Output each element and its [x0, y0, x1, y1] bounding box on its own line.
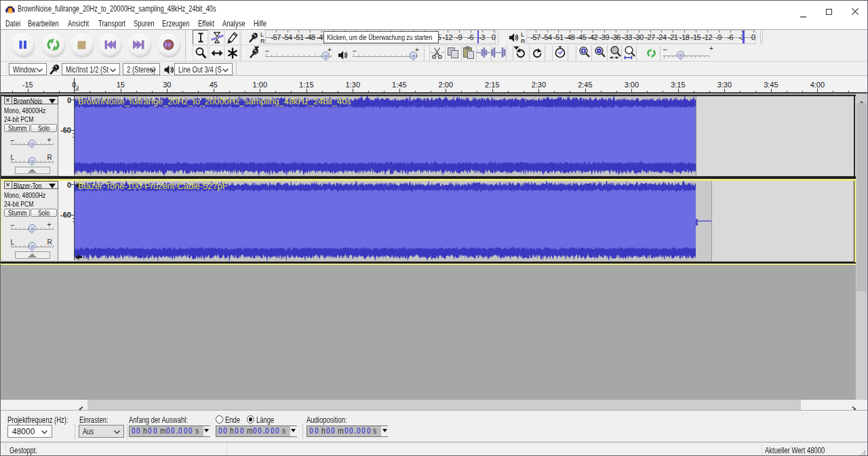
svg-text:BrownNoise_fullrange_20Hz_to_2: BrownNoise_fullrange_20Hz_to_20000Hz_sam… — [78, 96, 351, 106]
svg-text:Blazer-Tone-100-Prozent-Cable-: Blazer-Tone-100-Prozent-Cable-527pF — [78, 181, 228, 191]
